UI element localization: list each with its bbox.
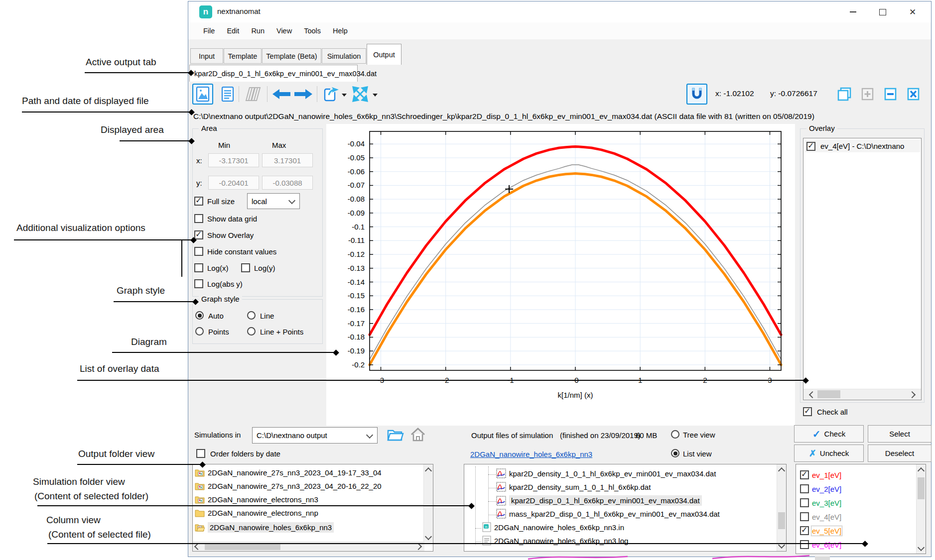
layers-button[interactable] <box>242 84 263 105</box>
simulation-path-select[interactable]: C:\D\nextnano output <box>252 427 378 444</box>
file-list-vscrollbar[interactable] <box>777 464 786 551</box>
show-data-grid-checkbox[interactable] <box>194 214 203 223</box>
menu-run[interactable]: Run <box>245 24 270 38</box>
tab-simulation[interactable]: Simulation <box>322 48 366 64</box>
folder-row[interactable]: 2DGaN_nanowire_electrons_nnp <box>195 509 318 517</box>
ev-row[interactable]: ev_2[eV] <box>800 484 841 493</box>
folder-row-selected[interactable]: 2DGaN_nanowire_holes_6x6kp_nn3 <box>195 522 334 533</box>
show-graph-button[interactable] <box>192 84 213 105</box>
close-window-button[interactable] <box>903 84 924 105</box>
file-row[interactable]: kpar2D_density_1_0_1_hl_6x6kp_ev_min001_… <box>496 468 716 478</box>
ev-checkbox[interactable] <box>800 512 809 521</box>
ev-checkbox[interactable] <box>800 470 809 479</box>
ev-row[interactable]: ev_1[eV] <box>800 470 841 479</box>
tab-template-beta[interactable]: Template (Beta) <box>262 48 321 64</box>
scroll-down-icon[interactable] <box>917 544 925 553</box>
add-window-button[interactable] <box>857 84 878 105</box>
deselect-button[interactable]: Deselect <box>868 445 932 462</box>
ev-checkbox[interactable] <box>800 484 809 493</box>
overlay-hscrollbar[interactable] <box>803 389 921 400</box>
minimize-button[interactable] <box>839 3 867 20</box>
scroll-down-icon[interactable] <box>424 533 432 542</box>
new-window-button[interactable] <box>834 84 855 105</box>
ev-row[interactable]: ev_5[eV] <box>800 526 841 535</box>
overlay-list[interactable]: ev_4[eV] - C:\D\nextnano <box>803 138 922 400</box>
fit-view-button[interactable] <box>350 84 371 105</box>
ev-checkbox[interactable] <box>800 540 809 549</box>
folder-list-vscrollbar[interactable] <box>423 464 433 543</box>
scroll-up-icon[interactable] <box>424 465 432 474</box>
title-bar[interactable]: n nextnanomat ✕ <box>188 1 931 22</box>
check-button[interactable]: ✓ Check <box>794 425 864 443</box>
vscroll-thumb[interactable] <box>778 512 785 529</box>
scroll-right-icon[interactable] <box>909 390 917 399</box>
menu-edit[interactable]: Edit <box>221 24 245 38</box>
scope-select[interactable]: local <box>247 193 300 209</box>
scroll-up-icon[interactable] <box>777 465 786 474</box>
export-button[interactable] <box>321 84 342 105</box>
browse-folder-button[interactable] <box>387 427 404 444</box>
file-row[interactable]: kpar2D_density_sum_1_0_1_hl_6x6kp.dat <box>496 482 651 492</box>
snap-cursor-button[interactable] <box>686 84 707 105</box>
scroll-up-icon[interactable] <box>917 465 925 474</box>
file-row[interactable]: 2DGaN_nanowire_holes_6x6kp_nn3.log <box>482 536 628 546</box>
tab-output[interactable]: Output <box>367 44 401 65</box>
output-folder-list[interactable]: 2DGaN_nanowire_27s_nn3_2023_04_19-17_33_… <box>192 464 433 552</box>
show-text-button[interactable] <box>217 84 238 105</box>
y-min-field[interactable]: -0.20401 <box>208 176 259 190</box>
select-button[interactable]: Select <box>868 425 932 443</box>
ev-row[interactable]: ev_4[eV] <box>800 512 841 521</box>
menu-file[interactable]: File <box>197 24 221 38</box>
overlay-hscroll-thumb[interactable] <box>817 390 840 398</box>
overlay-list-item[interactable]: ev_4[eV] - C:\D\nextnano <box>804 140 920 152</box>
log-abs-checkbox[interactable] <box>194 279 203 288</box>
x-min-field[interactable]: -3.17301 <box>208 153 259 167</box>
log-x-checkbox[interactable] <box>194 263 203 272</box>
file-row[interactable]: n 2DGaN_nanowire_holes_6x6kp_nn3.in <box>482 522 624 532</box>
ev-row[interactable]: ev_6[eV] <box>800 540 841 549</box>
style-line-radio[interactable] <box>247 311 256 320</box>
home-folder-button[interactable] <box>409 427 426 445</box>
ev-row[interactable]: ev_3[eV] <box>800 498 841 507</box>
ev-list-vscrollbar[interactable] <box>916 464 926 554</box>
check-all-checkbox[interactable] <box>803 407 812 416</box>
scroll-left-icon[interactable] <box>807 390 816 399</box>
maximize-button[interactable] <box>869 3 897 20</box>
x-max-field[interactable]: 3.17301 <box>262 153 313 167</box>
back-button[interactable] <box>271 84 292 105</box>
style-auto-radio[interactable] <box>195 311 204 320</box>
folder-row[interactable]: 2DGaN_nanowire_27s_nn3_2023_04_19-17_33_… <box>195 468 382 477</box>
ev-checkbox[interactable] <box>800 498 809 507</box>
uncheck-button[interactable]: ✗ Uncheck <box>794 445 864 462</box>
export-dropdown-caret[interactable] <box>342 94 347 97</box>
folder-row[interactable]: 2DGaN_nanowire_27s_nn3_2023_04_20-16_22_… <box>195 482 382 490</box>
close-button[interactable]: ✕ <box>899 3 927 20</box>
simulation-folder-link[interactable]: 2DGaN_nanowire_holes_6x6kp_nn3 <box>470 450 592 458</box>
style-points-radio[interactable] <box>195 327 204 336</box>
forward-button[interactable] <box>293 84 314 105</box>
output-document-tab[interactable]: kpar2D_disp_0_1_hl_6x6kp_ev_min001_ev_ma… <box>189 65 358 82</box>
tab-input[interactable]: Input <box>190 48 223 64</box>
simulation-file-list[interactable]: kpar2D_density_1_0_1_hl_6x6kp_ev_min001_… <box>464 464 787 552</box>
file-row-selected[interactable]: kpar2D_disp_0_1_hl_6x6kp_ev_min001_ev_ma… <box>496 495 702 506</box>
ev-checkbox[interactable] <box>800 526 809 535</box>
order-folders-checkbox[interactable] <box>196 449 205 458</box>
menu-tools[interactable]: Tools <box>298 24 327 38</box>
log-y-checkbox[interactable] <box>241 263 250 272</box>
hscroll-thumb[interactable] <box>205 543 280 550</box>
tab-template[interactable]: Template <box>224 48 262 64</box>
style-line-points-radio[interactable] <box>247 327 256 336</box>
full-size-checkbox[interactable] <box>194 197 203 206</box>
show-overlay-checkbox[interactable] <box>194 230 203 239</box>
folder-row[interactable]: 2DGaN_nanowire_electrons_nn3 <box>195 495 318 504</box>
menu-help[interactable]: Help <box>327 24 354 38</box>
ev-column-list[interactable]: ev_1[eV] ev_2[eV] ev_3[eV] ev_4[eV] ev_5… <box>796 464 926 554</box>
tree-view-radio[interactable] <box>671 430 679 439</box>
menu-view[interactable]: View <box>270 24 298 38</box>
overlay-item-checkbox[interactable] <box>806 142 815 151</box>
y-max-field[interactable]: -0.03088 <box>262 176 313 190</box>
vscroll-thumb[interactable] <box>918 477 925 499</box>
remove-window-button[interactable] <box>880 84 901 105</box>
list-view-radio[interactable] <box>671 449 679 457</box>
hide-constant-checkbox[interactable] <box>194 247 203 256</box>
